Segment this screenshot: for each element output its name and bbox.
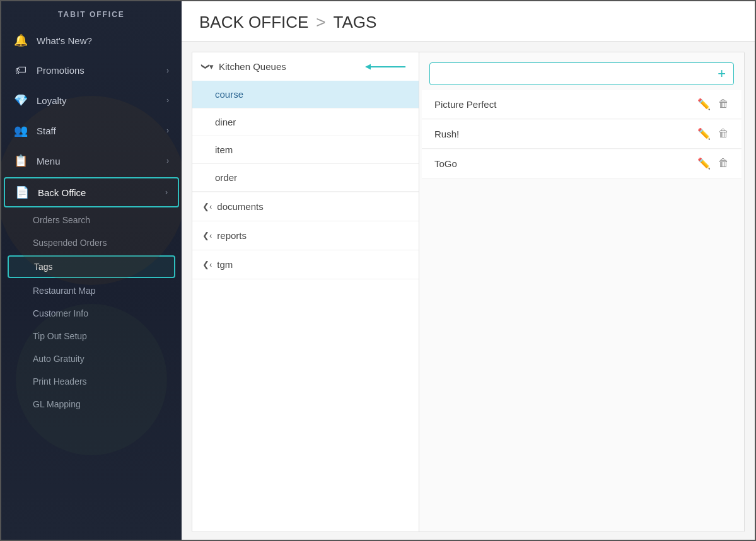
tree-panel: ▾ Kitchen Queues course diner	[192, 52, 419, 532]
sub-item-label: GL Mapping	[33, 399, 81, 409]
loyalty-icon: 💎	[14, 93, 28, 107]
sidebar-item-whats-new[interactable]: 🔔 What's New?	[1, 25, 182, 55]
breadcrumb-page: TAGS	[334, 13, 377, 32]
tag-row-rush: Rush! ✏️ 🗑	[422, 120, 741, 149]
chevron-right-icon: ›	[166, 156, 169, 165]
tree-group-kitchen-queues: ▾ Kitchen Queues course diner	[192, 52, 419, 192]
sidebar-sub-item-tip-out-setup[interactable]: Tip Out Setup	[1, 325, 182, 347]
delete-tag-icon[interactable]: 🗑	[718, 157, 729, 170]
main-content: BACK OFFICE > TAGS ▾ Kitchen Queues	[182, 1, 755, 541]
svg-marker-1	[365, 64, 371, 69]
tags-search-bar: +	[429, 62, 734, 85]
add-tag-button[interactable]: +	[718, 67, 726, 81]
sidebar-item-label: What's New?	[37, 35, 92, 46]
tree-item-label: diner	[215, 117, 236, 127]
sidebar-item-back-office[interactable]: 📄 Back Office ›	[4, 177, 179, 207]
breadcrumb-section: BACK OFFICE	[199, 13, 308, 32]
tree-group-header-tgm[interactable]: ‹ tgm	[192, 250, 419, 279]
staff-icon: 👥	[14, 124, 28, 137]
delete-tag-icon[interactable]: 🗑	[718, 98, 729, 111]
tag-name: ToGo	[434, 158, 697, 169]
tree-item-label: course	[215, 89, 243, 100]
tag-row-picture-perfect: Picture Perfect ✏️ 🗑	[422, 90, 741, 119]
page-header: BACK OFFICE > TAGS	[182, 1, 755, 42]
edit-tag-icon[interactable]: ✏️	[697, 127, 711, 141]
sub-item-label: Tip Out Setup	[33, 331, 87, 341]
tree-group-documents: ‹ documents	[192, 192, 419, 221]
tag-name: Picture Perfect	[434, 99, 697, 110]
tag-name: Rush!	[434, 129, 697, 139]
tree-item-course[interactable]: course	[192, 81, 419, 108]
collapse-toggle-icon: ‹	[202, 202, 212, 211]
tree-group-label: reports	[217, 230, 247, 241]
tags-search-input[interactable]	[438, 69, 718, 79]
chevron-right-icon: ›	[165, 188, 168, 197]
menu-icon: 📋	[14, 154, 28, 168]
tree-group-header-reports[interactable]: ‹ reports	[192, 221, 419, 250]
promotions-icon: 🏷	[14, 64, 28, 77]
tree-group-label: Kitchen Queues	[219, 61, 286, 72]
content-area: ▾ Kitchen Queues course diner	[192, 52, 745, 532]
sidebar-sub-item-customer-info[interactable]: Customer Info	[1, 302, 182, 325]
tag-actions: ✏️ 🗑	[697, 98, 729, 111]
edit-tag-icon[interactable]: ✏️	[697, 98, 711, 111]
sub-item-label: Customer Info	[33, 308, 88, 318]
sidebar-sub-item-auto-gratuity[interactable]: Auto Gratuity	[1, 347, 182, 370]
sidebar-item-label: Loyalty	[37, 95, 67, 106]
sub-item-label: Restaurant Map	[33, 286, 96, 296]
sidebar-sub-item-orders-search[interactable]: Orders Search	[1, 209, 182, 231]
back-office-icon: 📄	[15, 185, 29, 199]
collapse-toggle-icon: ‹	[202, 260, 212, 269]
sidebar-item-promotions[interactable]: 🏷 Promotions ›	[1, 55, 182, 85]
sidebar-item-label: Menu	[37, 156, 61, 166]
tree-group-reports: ‹ reports	[192, 221, 419, 250]
tree-group-label: tgm	[217, 259, 233, 270]
app-title: TABIT OFFICE	[1, 1, 182, 25]
tree-group-tgm: ‹ tgm	[192, 250, 419, 279]
expand-toggle-icon: ▾	[202, 62, 214, 71]
sidebar-item-menu[interactable]: 📋 Menu ›	[1, 146, 182, 176]
sidebar: TABIT OFFICE 🔔 What's New? 🏷 Promotions …	[1, 1, 182, 541]
tree-item-item[interactable]: item	[192, 136, 419, 164]
tag-actions: ✏️ 🗑	[697, 127, 729, 141]
page-title: BACK OFFICE > TAGS	[199, 13, 376, 32]
delete-tag-icon[interactable]: 🗑	[718, 127, 729, 141]
bell-icon: 🔔	[14, 33, 28, 47]
tree-item-label: order	[215, 172, 237, 183]
chevron-right-icon: ›	[166, 96, 169, 105]
sub-item-label: Tags	[34, 262, 53, 272]
tree-item-order[interactable]: order	[192, 164, 419, 192]
tag-row-togo: ToGo ✏️ 🗑	[422, 149, 741, 178]
sub-item-label: Print Headers	[33, 376, 87, 387]
chevron-right-icon: ›	[166, 66, 169, 75]
sidebar-sub-item-gl-mapping[interactable]: GL Mapping	[1, 393, 182, 416]
sidebar-item-label: Back Office	[38, 187, 86, 198]
sidebar-item-staff[interactable]: 👥 Staff ›	[1, 115, 182, 146]
tree-group-label: documents	[217, 201, 263, 212]
tree-group-header-kitchen-queues[interactable]: ▾ Kitchen Queues	[192, 52, 419, 81]
sidebar-sub-item-restaurant-map[interactable]: Restaurant Map	[1, 279, 182, 302]
tag-actions: ✏️ 🗑	[697, 157, 729, 170]
sub-item-label: Orders Search	[33, 215, 90, 225]
sidebar-item-label: Staff	[37, 125, 56, 136]
edit-tag-icon[interactable]: ✏️	[697, 157, 711, 170]
sidebar-sub-item-suspended-orders[interactable]: Suspended Orders	[1, 231, 182, 254]
tree-item-diner[interactable]: diner	[192, 108, 419, 136]
sidebar-item-label: Promotions	[37, 65, 84, 76]
tree-item-label: item	[215, 144, 233, 155]
sub-item-label: Suspended Orders	[33, 238, 107, 248]
sidebar-sub-item-print-headers[interactable]: Print Headers	[1, 370, 182, 393]
collapse-toggle-icon: ‹	[202, 231, 212, 240]
sub-item-label: Auto Gratuity	[33, 354, 84, 364]
sidebar-sub-item-tags[interactable]: Tags	[8, 255, 175, 278]
tags-panel: + Picture Perfect ✏️ 🗑 Rush! ✏️ 🗑 ToGo	[419, 52, 744, 532]
chevron-right-icon: ›	[166, 126, 169, 135]
tree-group-header-documents[interactable]: ‹ documents	[192, 192, 419, 221]
sidebar-item-loyalty[interactable]: 💎 Loyalty ›	[1, 85, 182, 115]
breadcrumb-separator: >	[316, 13, 325, 32]
arrow-annotation	[361, 61, 411, 73]
